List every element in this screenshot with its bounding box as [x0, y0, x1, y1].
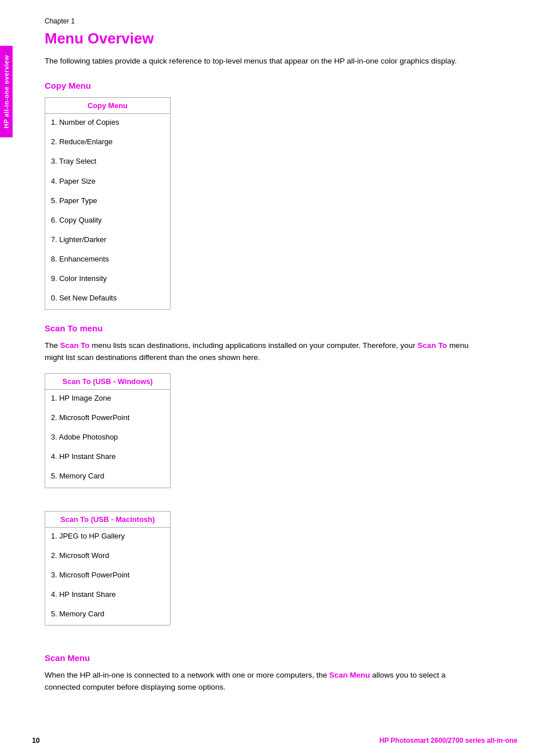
sidebar-tab: HP all-in-one overview	[0, 46, 13, 137]
scan-windows-item: 1. HP Image Zone	[45, 390, 171, 410]
scan-to-menu-section: Scan To menu The Scan To menu lists scan…	[45, 323, 517, 639]
scan-to-desc-part1: The	[45, 341, 60, 350]
scan-menu-description: When the HP all-in-one is connected to a…	[45, 670, 474, 694]
copy-menu-item: 5. Paper Type	[45, 192, 171, 212]
footer-page-number: 10	[32, 737, 39, 745]
main-content: Chapter 1 Menu Overview The following ta…	[16, 0, 546, 731]
sidebar-label: HP all-in-one overview	[3, 55, 10, 128]
scan-to-mac-header: Scan To (USB - Macintosh)	[45, 511, 171, 527]
scan-to-windows-header: Scan To (USB - Windows)	[45, 374, 171, 390]
scan-menu-desc-part1: When the HP all-in-one is connected to a…	[45, 671, 329, 679]
copy-menu-item: 7. Lighter/Darker	[45, 231, 171, 251]
scan-windows-item: 2. Microsoft PowerPoint	[45, 409, 171, 429]
copy-menu-heading: Copy Menu	[45, 81, 517, 90]
scan-mac-item: 1. JPEG to HP Gallery	[45, 527, 171, 547]
scan-mac-item: 3. Microsoft PowerPoint	[45, 567, 171, 586]
copy-menu-item: 1. Number of Copies	[45, 114, 171, 134]
copy-menu-table: Copy Menu 1. Number of Copies2. Reduce/E…	[45, 97, 171, 310]
copy-menu-item: 9. Color Intensity	[45, 270, 171, 290]
copy-menu-item: 2. Reduce/Enlarge	[45, 133, 171, 153]
scan-to-description: The Scan To menu lists scan destinations…	[45, 340, 474, 364]
page-footer: 10 HP Photosmart 2600/2700 series all-in…	[0, 737, 546, 745]
copy-menu-item: 4. Paper Size	[45, 173, 171, 192]
scan-to-ref1: Scan To	[60, 341, 90, 350]
scan-to-mac-table: Scan To (USB - Macintosh) 1. JPEG to HP …	[45, 511, 171, 626]
scan-tables-container: Scan To (USB - Windows) 1. HP Image Zone…	[45, 373, 517, 639]
scan-windows-item: 4. HP Instant Share	[45, 448, 171, 468]
copy-menu-item: 8. Enhancements	[45, 251, 171, 270]
scan-to-windows-table: Scan To (USB - Windows) 1. HP Image Zone…	[45, 373, 171, 488]
scan-mac-item: 2. Microsoft Word	[45, 547, 171, 567]
scan-mac-item: 4. HP Instant Share	[45, 586, 171, 605]
scan-to-desc-part2: menu lists scan destinations, including …	[90, 341, 418, 350]
scan-windows-item: 5. Memory Card	[45, 468, 171, 488]
scan-menu-heading: Scan Menu	[45, 653, 517, 663]
scan-menu-section: Scan Menu When the HP all-in-one is conn…	[45, 653, 517, 694]
copy-menu-item: 3. Tray Select	[45, 153, 171, 172]
scan-to-menu-heading: Scan To menu	[45, 323, 517, 333]
scan-mac-item: 5. Memory Card	[45, 605, 171, 626]
footer-product: HP Photosmart 2600/2700 series all-in-on…	[379, 737, 517, 745]
scan-to-ref2: Scan To	[418, 341, 448, 350]
scan-menu-ref: Scan Menu	[329, 671, 370, 679]
page-title: Menu Overview	[45, 30, 517, 48]
chapter-label: Chapter 1	[45, 17, 517, 25]
intro-text: The following tables provide a quick ref…	[45, 56, 474, 67]
copy-menu-item: 6. Copy Quality	[45, 212, 171, 231]
copy-menu-table-header: Copy Menu	[45, 98, 171, 114]
scan-windows-item: 3. Adobe Photoshop	[45, 429, 171, 448]
copy-menu-item: 0. Set New Defaults	[45, 290, 171, 310]
copy-menu-section: Copy Menu Copy Menu 1. Number of Copies2…	[45, 81, 517, 310]
